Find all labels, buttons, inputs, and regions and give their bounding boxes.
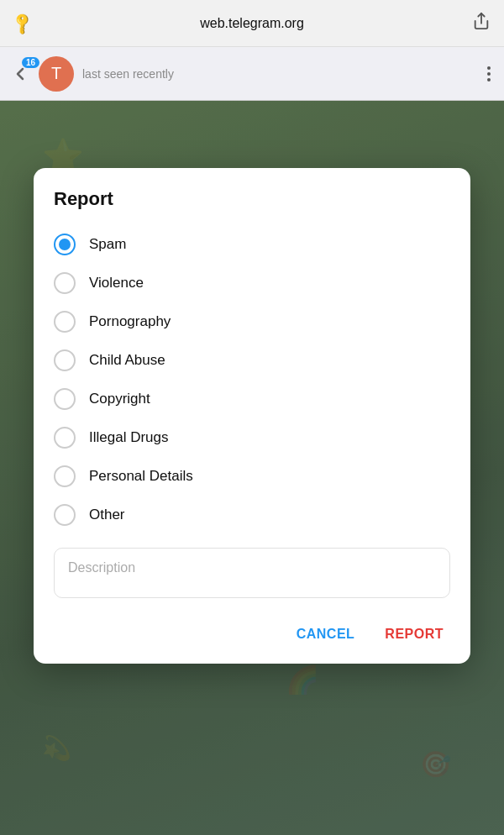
radio-circle-other xyxy=(54,504,76,526)
report-button[interactable]: REPORT xyxy=(378,622,450,647)
avatar: T xyxy=(39,56,74,92)
modal-overlay: Report SpamViolencePornographyChild Abus… xyxy=(0,101,504,835)
radio-option-violence[interactable]: Violence xyxy=(54,264,450,302)
radio-label-copyright: Copyright xyxy=(89,391,150,407)
radio-circle-illegal-drugs xyxy=(54,427,76,449)
modal-title: Report xyxy=(54,188,450,210)
telegram-header: 16 T last seen recently xyxy=(0,47,504,101)
radio-option-spam[interactable]: Spam xyxy=(54,225,450,264)
radio-circle-copyright xyxy=(54,388,76,410)
radio-label-child-abuse: Child Abuse xyxy=(89,352,165,369)
radio-circle-personal-details xyxy=(54,465,76,487)
cancel-button[interactable]: CANCEL xyxy=(290,622,362,647)
report-modal: Report SpamViolencePornographyChild Abus… xyxy=(34,168,470,664)
url-display[interactable]: web.telegram.org xyxy=(42,16,462,31)
radio-circle-pornography xyxy=(54,311,76,333)
radio-inner-spam xyxy=(59,239,71,250)
radio-label-personal-details: Personal Details xyxy=(89,468,193,485)
radio-option-child-abuse[interactable]: Child Abuse xyxy=(54,341,450,380)
back-button-wrapper[interactable]: 16 xyxy=(10,64,30,84)
radio-option-copyright[interactable]: Copyright xyxy=(54,380,450,418)
contact-status: last seen recently xyxy=(82,67,475,81)
radio-option-personal-details[interactable]: Personal Details xyxy=(54,457,450,496)
description-box[interactable]: Description xyxy=(54,548,450,598)
radio-circle-violence xyxy=(54,272,76,294)
dot2 xyxy=(487,72,491,76)
radio-circle-child-abuse xyxy=(54,349,76,371)
more-options-button[interactable] xyxy=(484,63,494,85)
radio-circle-spam xyxy=(54,234,76,255)
radio-label-spam: Spam xyxy=(89,236,126,253)
radio-option-pornography[interactable]: Pornography xyxy=(54,302,450,341)
radio-label-pornography: Pornography xyxy=(89,313,171,330)
dot3 xyxy=(487,78,491,81)
notification-badge: 16 xyxy=(22,57,39,68)
radio-label-illegal-drugs: Illegal Drugs xyxy=(89,429,169,446)
share-icon[interactable] xyxy=(472,12,491,34)
browser-bar: 🔑 web.telegram.org xyxy=(0,0,504,47)
report-options-list: SpamViolencePornographyChild AbuseCopyri… xyxy=(54,225,450,534)
key-icon: 🔑 xyxy=(9,10,35,36)
radio-option-illegal-drugs[interactable]: Illegal Drugs xyxy=(54,418,450,457)
modal-actions: CANCEL REPORT xyxy=(54,615,450,647)
radio-label-violence: Violence xyxy=(89,275,144,291)
radio-option-other[interactable]: Other xyxy=(54,496,450,534)
description-placeholder: Description xyxy=(68,560,135,575)
dot1 xyxy=(487,66,491,70)
radio-label-other: Other xyxy=(89,507,125,523)
contact-info: last seen recently xyxy=(82,67,475,81)
